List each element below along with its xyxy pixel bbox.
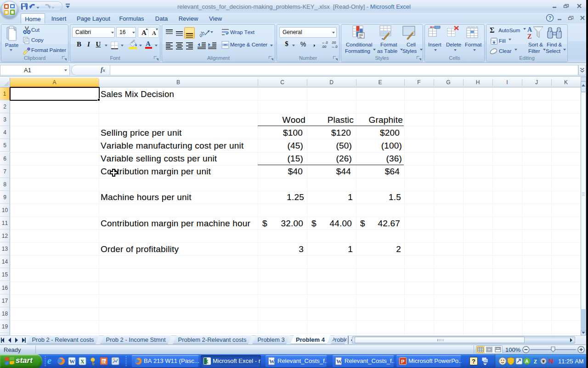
svg-text:ab: ab <box>198 29 206 39</box>
svg-text:.00: .00 <box>331 40 336 45</box>
svg-text:→.0: →.0 <box>331 45 338 49</box>
svg-text:P: P <box>401 359 404 364</box>
svg-text:A: A <box>527 26 532 33</box>
svg-text:A: A <box>141 29 147 36</box>
svg-text:Z: Z <box>534 359 537 364</box>
svg-text:X: X <box>205 359 209 364</box>
svg-text:A: A <box>152 30 156 36</box>
svg-text:W: W <box>269 358 275 365</box>
svg-text:e: e <box>47 356 51 366</box>
svg-text:?: ? <box>548 15 552 21</box>
svg-text:.00: .00 <box>322 45 326 49</box>
svg-text:X: X <box>80 358 85 365</box>
svg-text:W: W <box>336 358 342 365</box>
svg-text:A: A <box>146 40 151 47</box>
svg-text:W: W <box>69 358 75 365</box>
svg-text:Fo: Fo <box>102 359 107 364</box>
svg-text:←.0: ←.0 <box>322 40 328 45</box>
svg-text:?: ? <box>472 358 475 365</box>
svg-text:Z: Z <box>527 33 531 40</box>
svg-text:A: A <box>525 358 529 364</box>
